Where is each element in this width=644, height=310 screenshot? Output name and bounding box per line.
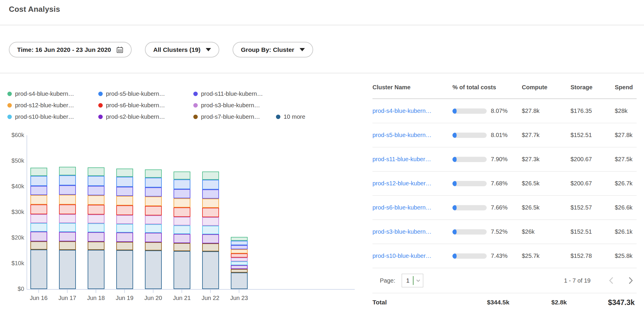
bar-segment [174, 198, 190, 207]
bar-segment [116, 169, 133, 177]
spend-value: $26.6k [615, 204, 637, 211]
cluster-name-link[interactable]: prod-s11-blue-kuber… [372, 156, 452, 163]
percent-progress-track [452, 133, 487, 138]
spend-value: $26.7k [615, 180, 637, 187]
cluster-name-link[interactable]: prod-s5-blue-kubern… [372, 132, 452, 138]
bar-segment [30, 232, 47, 241]
legend-item[interactable]: prod-s5-blue-kubern… [98, 88, 193, 100]
bar-segment [202, 189, 219, 199]
bar-segment [116, 196, 133, 205]
percent-progress-track [452, 181, 487, 186]
calendar-icon [116, 46, 123, 53]
bar-segment [202, 172, 219, 180]
bar-segment [59, 205, 76, 214]
legend-item[interactable]: prod-s7-blue-kubern… [193, 111, 276, 123]
bar-segment [30, 205, 47, 214]
legend-dot-icon [98, 115, 103, 119]
bar-segment [88, 176, 104, 186]
bar-segment [174, 217, 190, 225]
legend-item-label: prod-s4-blue-kubern… [15, 90, 74, 97]
cluster-name-link[interactable]: prod-s3-blue-kubern… [372, 228, 452, 235]
page-label: Page: [380, 277, 395, 284]
cluster-name-link[interactable]: prod-s6-blue-kubern… [372, 204, 452, 211]
table-row: prod-s5-blue-kubern…8.01%$27.7k$152.51$2… [372, 123, 637, 147]
y-axis-line [27, 135, 27, 289]
previous-page-button[interactable] [609, 277, 614, 284]
time-range-filter[interactable]: Time: 16 Jun 2020 - 23 Jun 2020 [9, 42, 132, 57]
bar-jun-21 [174, 172, 190, 289]
bar-segment [202, 180, 219, 189]
legend-item[interactable]: 10 more [276, 111, 366, 123]
bar-segment [202, 243, 219, 251]
bar-segment [30, 250, 47, 289]
y-axis-tick-label: $20k [0, 234, 24, 241]
cluster-name-link[interactable]: prod-s12-blue-kuber… [372, 180, 452, 187]
table-row: prod-s4-blue-kubern…8.07%$27.8k$176.35$2… [372, 99, 637, 123]
legend-item[interactable]: prod-s4-blue-kubern… [7, 88, 98, 100]
bar-segment [116, 224, 133, 233]
legend-item[interactable]: prod-s2-blue-kubern… [98, 111, 193, 123]
bar-segment [174, 189, 190, 198]
percent-progress-track [452, 229, 487, 235]
bar-jun-16 [30, 168, 47, 289]
clusters-filter[interactable]: All Clusters (19) [145, 42, 219, 57]
group-by-filter[interactable]: Group By: Cluster [233, 42, 313, 57]
legend-item-label: prod-s3-blue-kubern… [201, 102, 260, 109]
bar-segment [88, 195, 104, 205]
bar-segment [231, 273, 248, 289]
bar-segment [88, 232, 104, 242]
bar-segment [145, 233, 162, 242]
bar-segment [231, 269, 248, 273]
bar-segment [145, 242, 162, 250]
x-axis-label: Jun 23 [221, 295, 257, 301]
legend-item[interactable]: prod-s10-blue-kuber… [7, 111, 98, 123]
bar-segment [59, 250, 76, 289]
storage-value: $152.57 [571, 204, 615, 211]
bar-segment [231, 261, 248, 265]
bar-segment [145, 169, 162, 178]
legend-item-label: prod-s6-blue-kubern… [106, 102, 165, 109]
page-select[interactable]: 1 [402, 274, 423, 287]
legend-item[interactable]: prod-s3-blue-kubern… [193, 100, 276, 111]
x-axis-line [27, 289, 355, 290]
bar-segment [145, 250, 162, 289]
storage-value: $152.51 [571, 228, 615, 235]
bar-segment [59, 214, 76, 223]
total-row: Total $344.5k $2.8k $347.3k [372, 293, 637, 310]
compute-value: $26.5k [522, 204, 571, 211]
legend-dot-icon [193, 103, 198, 108]
next-page-button[interactable] [628, 277, 633, 284]
storage-value: $200.67 [571, 180, 615, 187]
spend-value: $27.5k [615, 156, 637, 163]
legend-item[interactable]: prod-s6-blue-kubern… [98, 100, 193, 111]
percent-progress-fill [452, 229, 457, 235]
bar-segment [59, 195, 76, 205]
percent-progress-fill [452, 108, 457, 114]
y-axis-tick-label: $50k [0, 157, 24, 164]
bar-segment [59, 223, 76, 232]
bar-segment [145, 206, 162, 215]
legend-item[interactable]: prod-s11-blue-kubern… [193, 88, 276, 100]
main-content: prod-s4-blue-kubern…prod-s5-blue-kubern…… [0, 73, 644, 310]
chevron-down-icon [206, 48, 211, 51]
bar-jun-18 [88, 167, 104, 289]
legend-item-label: prod-s5-blue-kubern… [106, 90, 165, 97]
percent-cell: 8.01% [452, 132, 522, 138]
storage-value: $152.78 [571, 253, 615, 259]
pagination-bar: Page: 1 1 - 7 of 19 [372, 268, 637, 293]
legend-item-label: prod-s11-blue-kubern… [201, 90, 263, 97]
spend-value: $28k [615, 108, 637, 114]
legend-item[interactable]: prod-s12-blue-kuber… [7, 100, 98, 111]
percent-progress-fill [452, 157, 457, 162]
legend-dot-icon [7, 92, 12, 96]
bar-segment [231, 237, 248, 241]
column-header: Storage [571, 84, 615, 91]
cluster-name-link[interactable]: prod-s10-blue-kuber… [372, 253, 452, 259]
cluster-name-link[interactable]: prod-s4-blue-kubern… [372, 108, 452, 114]
legend-dot-icon [7, 115, 12, 119]
percent-cell: 7.43% [452, 253, 522, 259]
bar-segment [174, 207, 190, 217]
percent-cell: 7.68% [452, 180, 522, 187]
pagination-range: 1 - 7 of 19 [564, 277, 591, 284]
legend-dot-icon [7, 103, 12, 108]
